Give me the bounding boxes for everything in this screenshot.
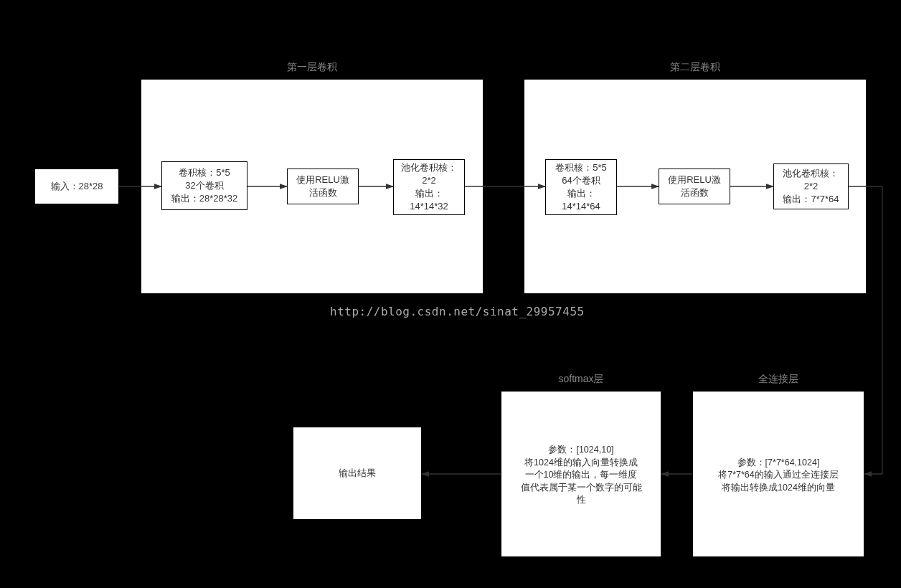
diagram-canvas: 第一层卷积 第二层卷积 输入：28*28 卷积核：5*5 32个卷积 输出：28…: [0, 0, 901, 588]
arrows-svg: [0, 0, 901, 588]
